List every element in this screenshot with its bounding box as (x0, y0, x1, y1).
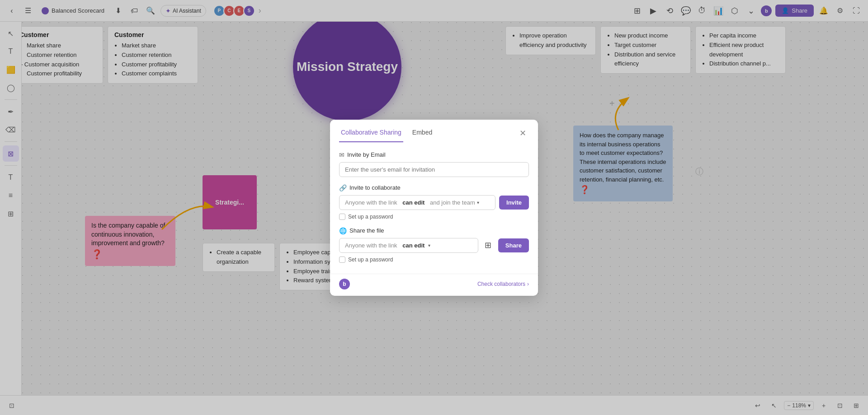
link-icon: 🔗 (339, 184, 347, 191)
invite-link-box[interactable]: Anyone with the link can edit and join t… (339, 195, 495, 210)
share-file-section: 🌐 Share the file Anyone with the link ca… (339, 227, 529, 263)
check-collab-chevron: › (527, 281, 529, 287)
invite-collaborate-label: 🔗 Invite to collaborate (339, 184, 529, 191)
tab-collaborative-sharing[interactable]: Collaborative Sharing (339, 129, 403, 142)
invite-email-label: Invite by Email (347, 151, 386, 158)
check-collaborators-link[interactable]: Check collaborators › (477, 281, 529, 287)
share-link-prefix: Anyone with the link (345, 242, 397, 249)
share-link-permission: can edit (402, 242, 425, 249)
invite-password-row: Set up a password (339, 214, 529, 220)
invite-collaborate-section: 🔗 Invite to collaborate Anyone with the … (339, 184, 529, 220)
share-password-row: Set up a password (339, 256, 529, 263)
invite-collaborate-text: Invite to collaborate (349, 184, 401, 191)
share-dropdown-chevron[interactable]: ▾ (428, 243, 430, 248)
footer-logo-icon: b (339, 279, 350, 289)
globe-icon: 🌐 (339, 227, 347, 234)
invite-link-row: Anyone with the link can edit and join t… (339, 195, 529, 210)
email-icon: ✉ (339, 151, 344, 159)
share-link-space (399, 242, 401, 249)
qr-code-icon[interactable]: ⊞ (482, 239, 495, 252)
footer-logo-text: b (343, 281, 346, 287)
share-password-label: Set up a password (348, 256, 393, 263)
modal-footer: b Check collaborators › (330, 274, 538, 296)
modal-header: Collaborative Sharing Embed ✕ (330, 120, 538, 144)
invite-link-space (399, 199, 401, 206)
share-file-section-label: 🌐 Share the file (339, 227, 529, 234)
tab-embed[interactable]: Embed (410, 129, 434, 142)
invite-link-prefix: Anyone with the link (345, 199, 397, 206)
sharing-modal: Collaborative Sharing Embed ✕ ✉ Invite b… (330, 120, 538, 296)
modal-tabs: Collaborative Sharing Embed (339, 129, 516, 142)
invite-link-permission: can edit (402, 199, 425, 206)
invite-email-section-label: ✉ Invite by Email (339, 151, 529, 159)
share-file-button[interactable]: Share (498, 238, 529, 252)
invite-button[interactable]: Invite (499, 196, 529, 210)
invite-dropdown-chevron[interactable]: ▾ (477, 200, 479, 205)
modal-close-button[interactable]: ✕ (516, 127, 529, 140)
share-file-row: Anyone with the link can edit ▾ ⊞ Share (339, 238, 529, 253)
share-password-checkbox[interactable] (339, 256, 345, 263)
email-input-field[interactable] (339, 162, 529, 177)
invite-link-space2 (426, 199, 428, 206)
invite-password-checkbox[interactable] (339, 214, 345, 220)
modal-body: ✉ Invite by Email 🔗 Invite to collaborat… (330, 144, 538, 274)
share-link-box[interactable]: Anyone with the link can edit ▾ (339, 238, 478, 253)
invite-password-label: Set up a password (348, 214, 393, 220)
share-file-label: Share the file (349, 227, 384, 234)
invite-link-suffix: and join the team (430, 199, 475, 206)
check-collab-label: Check collaborators (477, 281, 525, 287)
modal-overlay[interactable]: Collaborative Sharing Embed ✕ ✉ Invite b… (0, 0, 868, 415)
